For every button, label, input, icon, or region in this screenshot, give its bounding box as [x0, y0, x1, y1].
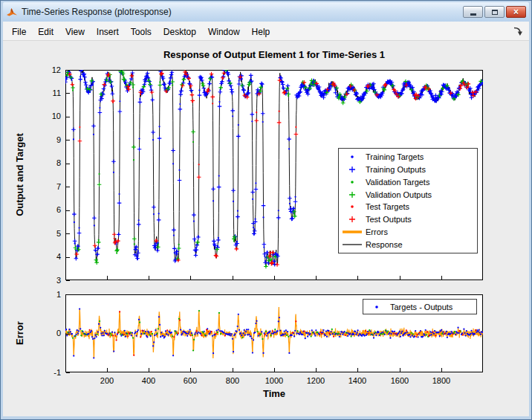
window-title: Time-Series Response (plotresponse)	[22, 7, 461, 17]
thickline-marker-sample	[339, 227, 366, 236]
tick-label: 200	[100, 376, 114, 385]
legend-entry-test-targets: Test Targets	[339, 201, 477, 213]
tick-label: 5	[56, 229, 61, 238]
tick-label: 1600	[391, 376, 409, 385]
tick-label: 7	[56, 182, 61, 191]
window-controls: ×	[461, 6, 526, 18]
legend-entry-targets-outputs: Targets - Outputs	[363, 301, 452, 313]
minimize-icon	[470, 13, 476, 16]
tick-label: 3	[56, 276, 61, 285]
plus-marker-sample	[339, 190, 366, 199]
matlab-icon	[6, 6, 18, 18]
titlebar[interactable]: Time-Series Response (plotresponse) ×	[3, 2, 529, 22]
menu-items: FileEditViewInsertToolsDesktopWindowHelp	[6, 25, 276, 38]
matlab-figure-window: Time-Series Response (plotresponse) × Fi…	[0, 0, 532, 420]
menu-item-window[interactable]: Window	[202, 24, 246, 40]
legend-label: Training Targets	[366, 152, 424, 161]
tick-label: 4	[56, 252, 61, 261]
menu-item-edit[interactable]: Edit	[32, 24, 59, 40]
dot-marker-sample	[339, 202, 366, 211]
dot-marker-sample	[339, 178, 366, 187]
plus-marker-sample	[339, 165, 366, 174]
tick-label: 6	[56, 205, 61, 214]
tick-label: -1	[53, 368, 61, 377]
main-plot-title: Response of Output Element 1 for Time-Se…	[65, 49, 483, 60]
tick-label: 0	[56, 329, 61, 337]
maximize-button[interactable]	[484, 6, 505, 18]
legend-entry-training-outputs: Training Outputs	[339, 164, 477, 175]
legend-entry-validation-outputs: Validation Outputs	[339, 189, 477, 201]
tick-label: 600	[184, 376, 197, 385]
error-ylabel: Error	[14, 321, 25, 345]
menu-item-help[interactable]: Help	[246, 24, 276, 40]
legend-label: Validation Targets	[366, 178, 429, 187]
legend-label: Test Outputs	[366, 215, 412, 224]
tick-label: 9	[56, 135, 61, 144]
tick-label: 1400	[348, 376, 366, 385]
tick-label: 800	[226, 376, 239, 385]
error-legend[interactable]: Targets - Outputs	[363, 299, 477, 314]
menu-item-insert[interactable]: Insert	[91, 24, 125, 40]
legend-entry-errors: Errors	[339, 226, 477, 238]
plus-marker-sample	[339, 215, 366, 224]
legend-label: Response	[366, 240, 403, 249]
minimize-button[interactable]	[463, 6, 483, 18]
tick-label: 400	[142, 376, 155, 385]
line-marker-sample	[339, 240, 366, 249]
legend-entry-test-outputs: Test Outputs	[339, 213, 477, 225]
menubar: FileEditViewInsertToolsDesktopWindowHelp	[3, 22, 529, 41]
menu-item-file[interactable]: File	[6, 24, 32, 40]
legend-label: Test Targets	[366, 202, 409, 211]
tick-label: 11	[53, 88, 61, 97]
time-xlabel: Time	[65, 388, 483, 399]
menu-item-desktop[interactable]: Desktop	[158, 24, 202, 40]
tick-label: 1000	[265, 376, 283, 385]
dot-marker-sample	[363, 303, 390, 311]
main-legend[interactable]: Training TargetsTraining OutputsValidati…	[338, 148, 478, 253]
legend-entry-response: Response	[339, 239, 477, 251]
main-ylabel: Output and Target	[14, 133, 25, 216]
tick-label: 1	[56, 290, 61, 299]
menu-item-view[interactable]: View	[59, 24, 91, 40]
dot-marker-sample	[339, 152, 366, 161]
legend-label: Targets - Outputs	[390, 303, 452, 311]
tick-label: 1200	[307, 376, 325, 385]
maximize-icon	[492, 10, 498, 15]
tick-label: 8	[56, 158, 61, 167]
menu-item-tools[interactable]: Tools	[125, 24, 158, 40]
close-icon: ×	[513, 7, 519, 16]
legend-label: Training Outputs	[366, 165, 426, 174]
figure-canvas: 3456789101112-10120040060080010001200140…	[3, 41, 529, 416]
legend-label: Errors	[366, 227, 388, 236]
tick-label: 1800	[432, 376, 450, 385]
dock-figure-icon[interactable]	[513, 26, 522, 36]
tick-label: 10	[52, 112, 61, 120]
close-button[interactable]: ×	[506, 6, 526, 18]
legend-label: Validation Outputs	[366, 190, 432, 199]
legend-entry-training-targets: Training Targets	[339, 151, 477, 163]
legend-entry-validation-targets: Validation Targets	[339, 176, 477, 188]
tick-label: 12	[52, 65, 61, 74]
